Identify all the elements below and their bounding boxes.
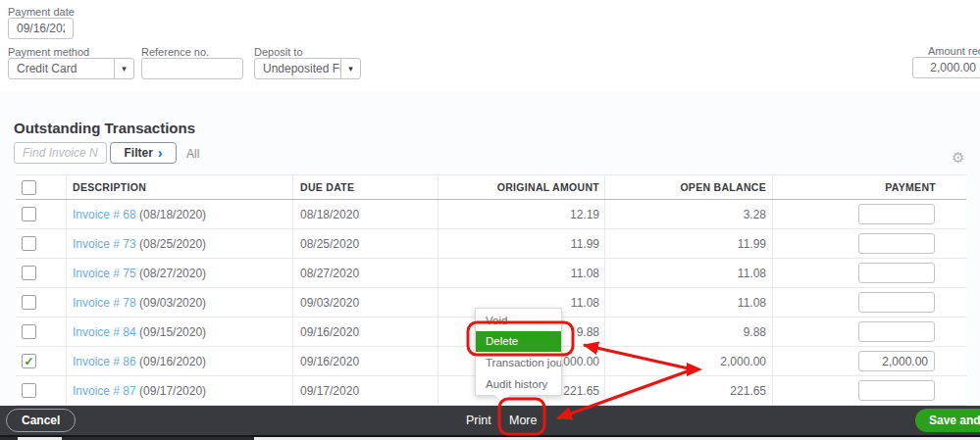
open-balance-cell: 3.28 (604, 200, 772, 228)
invoice-link[interactable]: Invoice # 86 (73, 355, 136, 368)
open-balance-cell: 2,000.00 (604, 347, 772, 375)
find-invoice-input[interactable] (14, 142, 107, 164)
filter-button[interactable]: Filter › (110, 142, 177, 164)
payment-method-dropdown-button[interactable]: ▾ (114, 59, 133, 78)
invoice-link[interactable]: Invoice # 78 (73, 296, 136, 310)
column-header-due-date: DUE DATE (292, 175, 438, 199)
due-date-cell: 08/27/2020 (292, 259, 438, 287)
amount-received-label: Amount received (928, 45, 980, 57)
deposit-to-select[interactable]: Undeposited Funds ▾ (254, 58, 361, 79)
payment-method-value: Credit Card (9, 59, 114, 78)
payment-input[interactable] (858, 351, 935, 371)
row-checkbox[interactable] (22, 295, 36, 310)
transaction-context-menu: Void Delete Transaction journal Audit hi… (475, 308, 562, 396)
payment-input[interactable] (858, 233, 935, 254)
row-checkbox[interactable] (22, 383, 36, 398)
invoice-date-suffix: (09/17/2020) (136, 384, 206, 398)
due-date-cell: 09/17/2020 (292, 376, 438, 405)
original-amount-cell: 11.99 (438, 229, 604, 258)
cancel-button[interactable]: Cancel (6, 409, 76, 432)
menu-caret-fill (493, 394, 511, 403)
filter-all-label: All (186, 147, 199, 161)
invoice-date-suffix: (09/16/2020) (136, 355, 206, 368)
table-header-row: DESCRIPTION DUE DATE ORIGINAL AMOUNT OPE… (16, 174, 966, 200)
invoice-date-suffix: (08/25/2020) (136, 237, 206, 251)
row-checkbox[interactable] (22, 207, 36, 221)
menu-item-transaction-journal[interactable]: Transaction journal (476, 352, 561, 373)
column-header-description: DESCRIPTION (66, 175, 292, 199)
print-button[interactable]: Print (466, 414, 491, 427)
payment-date-input[interactable] (8, 18, 74, 39)
open-balance-cell: 11.99 (604, 229, 772, 258)
original-amount-cell: 11.08 (438, 259, 604, 287)
payment-method-select[interactable]: Credit Card ▾ (8, 58, 134, 79)
gear-icon[interactable]: ⚙ (952, 149, 964, 167)
invoice-link[interactable]: Invoice # 75 (73, 267, 136, 280)
chevron-right-icon: › (158, 148, 163, 158)
table-row: Invoice # 75 (08/27/2020) 08/27/2020 11.… (16, 259, 966, 288)
section-title: Outstanding Transactions (14, 120, 195, 136)
table-row: Invoice # 68 (08/18/2020) 08/18/2020 12.… (16, 200, 966, 229)
reference-no-label: Reference no. (141, 46, 209, 58)
invoice-link[interactable]: Invoice # 84 (73, 325, 136, 339)
due-date-cell: 08/18/2020 (292, 200, 438, 228)
row-checkbox[interactable] (22, 266, 36, 280)
caret-down-icon: ▾ (348, 64, 353, 73)
column-header-original-amount: ORIGINAL AMOUNT (438, 175, 604, 199)
invoice-date-suffix: (08/27/2020) (136, 267, 206, 280)
payment-input[interactable] (858, 263, 935, 283)
menu-item-delete[interactable]: Delete (476, 331, 561, 352)
table-row: Invoice # 73 (08/25/2020) 08/25/2020 11.… (16, 229, 966, 259)
open-balance-cell: 221.65 (604, 376, 772, 405)
reference-no-input[interactable] (141, 58, 243, 79)
payment-input[interactable] (858, 380, 935, 401)
deposit-to-value: Undeposited Funds (255, 59, 340, 78)
original-amount-cell: 12.19 (438, 200, 604, 228)
column-header-open-balance: OPEN BALANCE (604, 175, 772, 199)
menu-item-void[interactable]: Void (476, 309, 561, 331)
invoice-link[interactable]: Invoice # 87 (73, 384, 136, 398)
invoice-date-suffix: (09/03/2020) (136, 296, 206, 310)
due-date-cell: 09/03/2020 (292, 288, 438, 317)
menu-item-audit-history[interactable]: Audit history (476, 373, 561, 395)
invoice-link[interactable]: Invoice # 68 (73, 208, 136, 221)
payment-input[interactable] (858, 204, 935, 224)
due-date-cell: 09/16/2020 (292, 347, 438, 375)
row-checkbox[interactable] (22, 324, 36, 339)
invoice-date-suffix: (08/18/2020) (136, 208, 206, 221)
caret-down-icon: ▾ (122, 64, 127, 73)
invoice-date-suffix: (09/15/2020) (136, 325, 206, 339)
open-balance-cell: 11.08 (604, 288, 772, 317)
payment-input[interactable] (858, 292, 935, 313)
row-checkbox[interactable]: ✓ (22, 354, 36, 368)
more-button[interactable]: More (509, 414, 537, 427)
amount-received-input[interactable] (912, 57, 980, 78)
select-all-checkbox[interactable] (22, 180, 36, 195)
deposit-to-label: Deposit to (254, 46, 303, 58)
row-checkbox[interactable] (22, 236, 36, 251)
footer-bar: Cancel Print More Save and new (0, 406, 980, 435)
invoice-link[interactable]: Invoice # 73 (73, 237, 136, 251)
save-and-new-button[interactable]: Save and new (915, 409, 980, 432)
filter-button-label: Filter (124, 146, 152, 160)
due-date-cell: 08/25/2020 (292, 229, 438, 258)
payment-date-label: Payment date (8, 6, 75, 18)
payment-method-label: Payment method (8, 46, 89, 58)
open-balance-cell: 9.88 (604, 318, 772, 346)
due-date-cell: 09/16/2020 (292, 318, 438, 346)
deposit-to-dropdown-button[interactable]: ▾ (340, 59, 360, 78)
open-balance-cell: 11.08 (604, 259, 772, 287)
payment-input[interactable] (858, 321, 935, 342)
column-header-payment: PAYMENT (772, 175, 966, 199)
